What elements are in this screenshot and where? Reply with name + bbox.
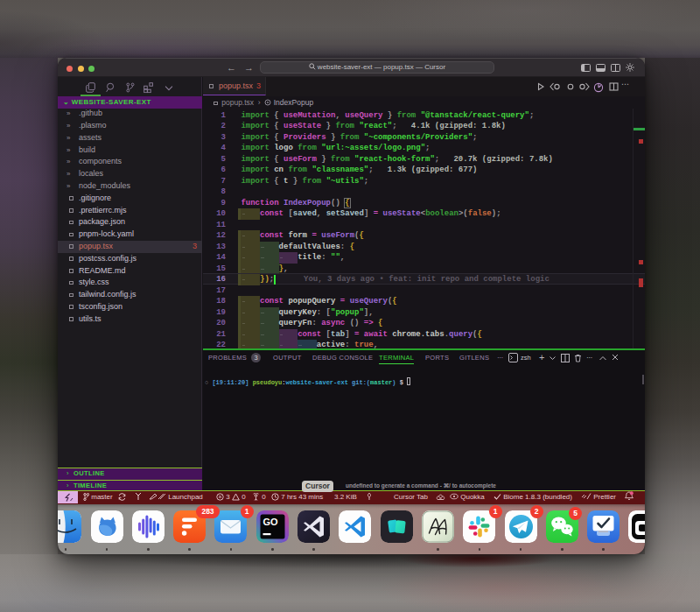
svg-text:GO: GO [262,517,278,527]
